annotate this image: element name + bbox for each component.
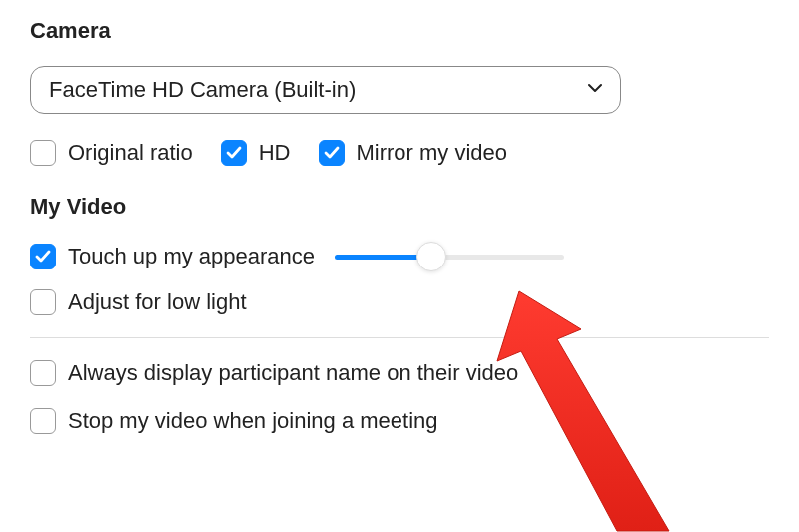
section-title-my-video: My Video	[30, 194, 769, 220]
original-ratio-label: Original ratio	[68, 140, 193, 166]
low-light-checkbox[interactable]	[30, 289, 56, 315]
stop-video-label: Stop my video when joining a meeting	[68, 408, 438, 434]
touch-up-slider-thumb[interactable]	[416, 242, 446, 271]
hd-checkbox[interactable]	[221, 140, 247, 166]
stop-video-checkbox[interactable]	[30, 408, 56, 434]
section-title-camera: Camera	[30, 18, 769, 44]
camera-dropdown[interactable]: FaceTime HD Camera (Built-in)	[30, 66, 621, 114]
display-name-label: Always display participant name on their…	[68, 360, 518, 386]
display-name-checkbox[interactable]	[30, 360, 56, 386]
low-light-label: Adjust for low light	[68, 289, 247, 315]
mirror-label: Mirror my video	[357, 140, 508, 166]
hd-label: HD	[259, 140, 291, 166]
chevron-down-icon	[588, 83, 602, 97]
touch-up-slider-track[interactable]	[335, 255, 564, 260]
touch-up-label: Touch up my appearance	[68, 244, 315, 269]
divider	[30, 337, 769, 338]
original-ratio-checkbox[interactable]	[30, 140, 56, 166]
touch-up-checkbox[interactable]	[30, 244, 56, 269]
mirror-checkbox[interactable]	[319, 140, 345, 166]
camera-dropdown-value: FaceTime HD Camera (Built-in)	[49, 77, 356, 103]
